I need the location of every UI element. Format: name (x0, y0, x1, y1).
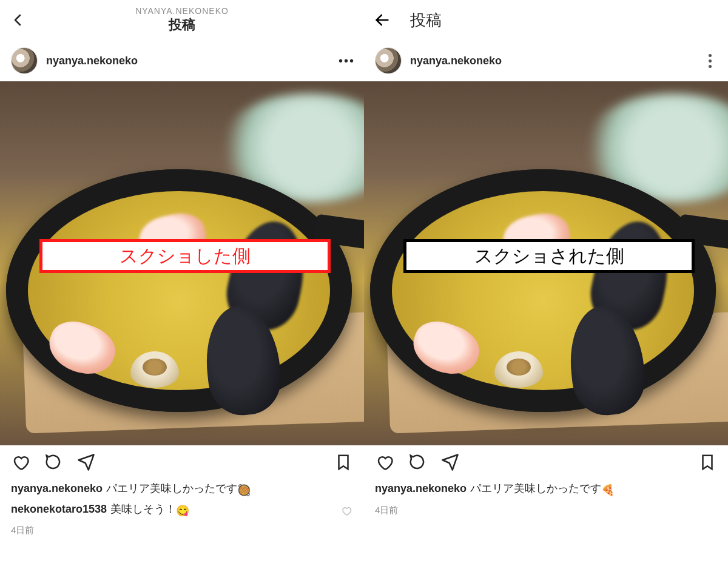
header: 投稿 (364, 0, 728, 40)
action-bar (0, 445, 364, 479)
share-plane-icon[interactable] (440, 453, 460, 472)
paella-emoji-icon: 🥘 (237, 481, 251, 500)
post-image[interactable]: スクショされた側 (364, 81, 728, 445)
comment-line: nekonekotaro1538美味しそう！😋 (11, 500, 353, 521)
like-comment-heart-icon[interactable] (341, 504, 353, 516)
caption-line: nyanya.nekonekoパエリア美味しかったです🥘 (11, 479, 353, 500)
author-username[interactable]: nyanya.nekoneko (410, 55, 502, 67)
timestamp: 4日前 (11, 522, 353, 538)
header: NYANYA.NEKONEKO 投稿 (0, 0, 364, 40)
caption-username[interactable]: nyanya.nekoneko (375, 482, 467, 494)
header-subtitle: NYANYA.NEKONEKO (0, 6, 364, 16)
action-bar (364, 445, 728, 479)
post-image[interactable]: スクショした側 (0, 81, 364, 445)
bookmark-icon[interactable] (698, 453, 717, 472)
author-row: nyanya.nekoneko (364, 40, 728, 81)
overlay-label-text: スクショされた側 (474, 244, 624, 269)
comment-username[interactable]: nekonekotaro1538 (11, 503, 107, 515)
avatar[interactable] (11, 47, 38, 74)
header-title: 投稿 (0, 16, 364, 34)
timestamp: 4日前 (375, 502, 717, 518)
header-title-block: NYANYA.NEKONEKO 投稿 (0, 6, 364, 34)
author-row: nyanya.nekoneko ••• (0, 40, 364, 81)
author-username[interactable]: nyanya.nekoneko (46, 55, 138, 67)
like-heart-icon[interactable] (375, 453, 394, 472)
avatar[interactable] (375, 47, 402, 74)
share-plane-icon[interactable] (76, 453, 96, 472)
caption-line: nyanya.nekonekoパエリア美味しかったです🍕 (375, 479, 717, 500)
left-panel: NYANYA.NEKONEKO 投稿 nyanya.nekoneko ••• ス… (0, 0, 364, 580)
caption-area: nyanya.nekonekoパエリア美味しかったです🍕 4日前 (364, 479, 728, 518)
bookmark-icon[interactable] (334, 453, 353, 472)
more-options-icon[interactable] (703, 54, 717, 68)
yum-emoji-icon: 😋 (176, 502, 189, 521)
comment-bubble-icon[interactable] (44, 453, 63, 472)
header-title: 投稿 (410, 10, 442, 31)
caption-username[interactable]: nyanya.nekoneko (11, 482, 103, 494)
comment-bubble-icon[interactable] (408, 453, 427, 472)
back-arrow-icon[interactable] (374, 12, 391, 29)
overlay-label: スクショした側 (39, 239, 331, 273)
comment-text: 美味しそう！ (110, 503, 176, 515)
caption-area: nyanya.nekonekoパエリア美味しかったです🥘 nekonekotar… (0, 479, 364, 538)
caption-text: パエリア美味しかったです (106, 482, 237, 494)
caption-text: パエリア美味しかったです (470, 482, 601, 494)
overlay-label: スクショされた側 (403, 239, 695, 273)
right-panel: 投稿 nyanya.nekoneko スクショされた側 (364, 0, 728, 580)
more-options-icon[interactable]: ••• (339, 54, 353, 68)
pizza-emoji-icon: 🍕 (601, 481, 615, 500)
overlay-label-text: スクショした側 (120, 244, 251, 269)
like-heart-icon[interactable] (11, 453, 30, 472)
